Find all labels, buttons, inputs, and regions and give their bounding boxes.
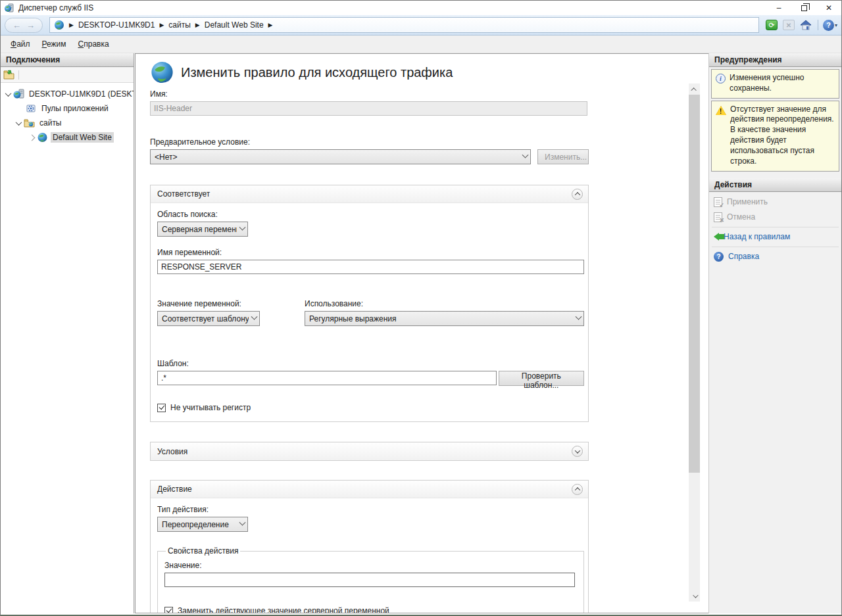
variable-value-value: Соответствует шаблону: [162, 314, 249, 323]
action-group-title: Действие: [157, 485, 572, 494]
sites-folder-icon: [24, 118, 35, 128]
breadcrumb-separator-icon: ▶: [159, 22, 164, 28]
home-button[interactable]: [799, 18, 813, 32]
help-label: Справка: [728, 252, 759, 261]
tree-item-default-web-site[interactable]: Default Web Site: [1, 130, 134, 145]
menu-bar: Файл Режим Справка: [1, 36, 841, 53]
chevron-right-icon[interactable]: [29, 134, 36, 141]
chevron-down-icon: [522, 152, 529, 158]
menu-file[interactable]: Файл: [5, 37, 36, 51]
action-group-header[interactable]: Действие: [151, 481, 588, 498]
help-button[interactable]: ? ▾: [823, 18, 837, 32]
minimize-icon[interactable]: –: [766, 1, 791, 15]
home-icon: [800, 20, 812, 30]
collapse-button[interactable]: [572, 189, 583, 200]
pattern-input[interactable]: [157, 371, 497, 385]
replace-value-label: Заменить действующее значение серверной …: [178, 606, 389, 613]
warnings-header: Предупреждения: [709, 53, 841, 67]
action-properties-group: Свойства действия Значение: Заменить дей…: [157, 546, 584, 613]
name-input[interactable]: [150, 101, 587, 116]
match-group-header[interactable]: Соответствует: [151, 185, 588, 203]
scroll-down-button[interactable]: [689, 590, 700, 602]
action-type-label: Тип действия:: [157, 505, 584, 514]
back-arrow-icon: [714, 233, 719, 241]
scrollbar-thumb[interactable]: [689, 95, 700, 473]
action-properties-legend: Свойства действия: [166, 546, 240, 556]
back-icon[interactable]: ←: [12, 21, 21, 30]
using-label: Использование:: [305, 299, 584, 308]
expand-button[interactable]: [572, 446, 583, 457]
breadcrumb-item-server[interactable]: DESKTOP-U1MK9D1: [78, 20, 155, 30]
app-icon: [4, 3, 14, 13]
scope-select[interactable]: Серверная переменн: [157, 222, 248, 237]
tree-item-server[interactable]: DESKTOP-U1MK9D1 (DESKTO: [1, 87, 134, 101]
apply-label: Применить: [727, 197, 768, 206]
chevron-down-icon: [576, 314, 582, 320]
info-notice-text: Изменения успешно сохранены.: [730, 73, 835, 94]
conditions-group-title: Условия: [157, 447, 572, 456]
using-select[interactable]: Регулярные выражения: [305, 311, 584, 326]
ignore-case-checkbox[interactable]: [157, 404, 166, 412]
scope-label: Область поиска:: [157, 210, 584, 219]
chevron-down-icon: [574, 448, 580, 453]
globe-icon: [54, 20, 64, 30]
tree-item-sites[interactable]: сайты: [1, 116, 134, 130]
refresh-button[interactable]: ⟳: [764, 18, 779, 32]
action-type-select[interactable]: Переопределение: [157, 517, 248, 532]
warning-notice-text: Отсутствует значение для действия переоп…: [730, 105, 835, 167]
page-title-row: Изменить правило для исходящего трафика: [150, 60, 592, 84]
variable-name-input[interactable]: [157, 260, 584, 274]
precondition-select[interactable]: <Нет>: [150, 149, 531, 164]
right-panel: Предупреждения i Изменения успешно сохра…: [708, 53, 841, 613]
chevron-down-icon: [251, 314, 258, 320]
site-globe-icon: [37, 132, 48, 143]
apply-action[interactable]: ✓ Применить: [709, 195, 841, 210]
vertical-scrollbar[interactable]: [689, 83, 700, 602]
conditions-group-header[interactable]: Условия: [151, 442, 588, 460]
conditions-group: Условия: [150, 442, 589, 461]
edit-precondition-button[interactable]: Изменить...: [537, 149, 589, 164]
precondition-label: Предварительное условие:: [150, 137, 592, 147]
info-notice: i Изменения успешно сохранены.: [711, 69, 839, 99]
breadcrumb-item-sites[interactable]: сайты: [168, 20, 191, 30]
chevron-up-icon: [574, 192, 580, 197]
toolbar-separator: [818, 20, 818, 30]
divider: [712, 227, 839, 227]
help-action[interactable]: ? Справка: [709, 249, 841, 264]
chevron-down-icon[interactable]: [5, 90, 12, 97]
cancel-action[interactable]: ✕ Отмена: [709, 210, 841, 225]
menu-view[interactable]: Режим: [36, 37, 72, 51]
back-to-rules-action[interactable]: Назад к правилам: [709, 229, 841, 245]
close-icon[interactable]: ✕: [816, 1, 841, 15]
connections-tree: DESKTOP-U1MK9D1 (DESKTO Пулы приложений: [1, 83, 134, 145]
variable-value-select[interactable]: Соответствует шаблону: [157, 311, 260, 326]
chevron-down-icon[interactable]: [16, 119, 22, 126]
name-label: Имя:: [150, 89, 592, 99]
refresh-icon: ⟳: [766, 20, 778, 30]
apply-icon: ✓: [714, 197, 722, 207]
chevron-down-icon: [693, 592, 698, 598]
breadcrumb-item-default-web-site[interactable]: Default Web Site: [205, 20, 264, 30]
chevron-up-icon: [574, 487, 580, 492]
tree-item-app-pools[interactable]: Пулы приложений: [1, 101, 134, 116]
menu-help[interactable]: Справка: [72, 37, 115, 51]
new-connection-icon[interactable]: [3, 70, 14, 80]
replace-value-checkbox[interactable]: [164, 607, 173, 614]
app-pools-icon: [26, 103, 37, 114]
value-input[interactable]: [164, 573, 575, 587]
restore-icon[interactable]: [791, 1, 816, 15]
test-pattern-button[interactable]: Проверить шаблон...: [499, 371, 584, 386]
collapse-button[interactable]: [572, 484, 583, 495]
forward-icon[interactable]: →: [26, 21, 35, 30]
main-panel: Изменить правило для исходящего трафика …: [135, 53, 709, 613]
value-label: Значение:: [164, 561, 577, 570]
stop-button[interactable]: ✕: [781, 18, 796, 32]
pattern-label: Шаблон:: [157, 359, 584, 368]
match-group: Соответствует Область поиска: Серверная …: [150, 185, 589, 422]
scroll-up-button[interactable]: [689, 83, 700, 95]
nav-arrows: ← →: [5, 18, 43, 33]
actions-list: ✓ Применить ✕ Отмена Назад к правилам ? …: [709, 192, 841, 267]
precondition-value: <Нет>: [155, 153, 520, 162]
actions-header: Действия: [709, 178, 841, 192]
breadcrumb-separator-icon: ▶: [268, 22, 273, 28]
